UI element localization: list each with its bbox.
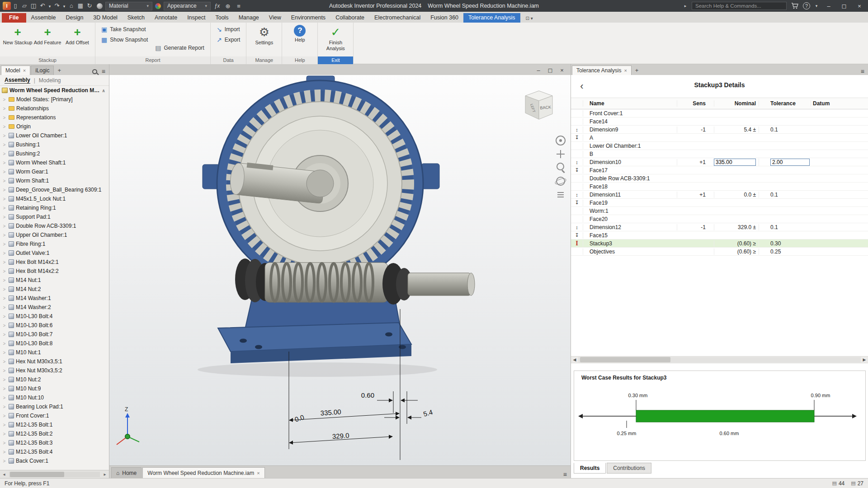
expand-chevron-icon[interactable]: > [2, 413, 7, 418]
new-file-icon[interactable]: ▯ [11, 1, 20, 10]
ribbon-tab-view[interactable]: View [264, 13, 286, 23]
expand-chevron-icon[interactable]: > [2, 350, 7, 355]
browser-node-m45x1-5-lock-nut-1[interactable]: >M45x1.5_Lock Nut:1 [0, 194, 109, 203]
doc-minimize-icon[interactable]: – [533, 65, 544, 75]
home-icon[interactable]: ⌂ [67, 1, 76, 10]
ribbon-tab-electromechanical[interactable]: Electromechanical [369, 13, 425, 23]
expand-chevron-icon[interactable]: > [2, 224, 7, 229]
browser-node-origin[interactable]: >Origin [0, 122, 109, 131]
undo-icon[interactable]: ↶ [38, 1, 47, 10]
minimize-icon[interactable]: – [823, 1, 835, 11]
browser-node-m10-l30-bolt-4[interactable]: >M10-L30 Bolt:4 [0, 312, 109, 321]
close-icon[interactable]: × [854, 1, 865, 11]
fx-icon[interactable]: ƒx [212, 1, 222, 10]
mode-modeling[interactable]: Modeling [39, 77, 61, 84]
collapse-all-icon[interactable]: ∧ [102, 88, 105, 93]
expand-chevron-icon[interactable]: > [2, 432, 7, 436]
document-tab-home[interactable]: ⌂Home [111, 467, 142, 478]
import-button[interactable]: ↘Import [213, 25, 243, 34]
browser-node-relationships[interactable]: >Relationships [0, 104, 109, 113]
browser-node-model-states-primary[interactable]: >Model States: [Primary] [0, 95, 109, 104]
tolerance-row-worm-1[interactable]: Worm:1 [571, 207, 868, 215]
redo-icon[interactable]: ↷ [52, 1, 61, 10]
expand-chevron-icon[interactable]: > [2, 450, 7, 455]
help-button[interactable]: ?Help [285, 23, 315, 44]
expand-chevron-icon[interactable]: > [2, 368, 7, 373]
close-tab-icon[interactable]: × [257, 470, 259, 476]
tolerance-row-face17[interactable]: ↧Face17 [571, 166, 868, 174]
browser-node-m10-nut-9[interactable]: >M10 Nut:9 [0, 384, 109, 393]
browser-node-bearing-lock-pad-1[interactable]: >Bearing Lock Pad:1 [0, 402, 109, 411]
expand-chevron-icon[interactable]: > [2, 106, 7, 111]
add-panel-tab-button[interactable]: + [632, 66, 642, 75]
expand-chevron-icon[interactable]: > [2, 386, 7, 391]
scrollbar-thumb[interactable] [580, 357, 670, 362]
add-panel-tab-button[interactable]: + [54, 66, 64, 75]
panel-menu-icon[interactable]: ≡ [861, 68, 864, 75]
expand-chevron-icon[interactable]: > [2, 314, 7, 319]
tolerance-row-front-cover-1[interactable]: Front Cover:1 [571, 109, 868, 117]
browser-node-double-row-acb-3309-1[interactable]: >Double Row ACB-3309:1 [0, 221, 109, 230]
ribbon-tab-design[interactable]: Design [61, 13, 88, 23]
ribbon-tab-manage[interactable]: Manage [234, 13, 264, 23]
browser-node-lower-oil-chamber-1[interactable]: >Lower Oil Chamber:1 [0, 131, 109, 140]
ribbon-tab-sketch[interactable]: Sketch [123, 13, 150, 23]
browser-node-m12-l35-bolt-2[interactable]: >M12-L35 Bolt:2 [0, 429, 109, 438]
3d-model-canvas[interactable]: 0.60 335.00 0.0 5.4 329.0 Z [109, 75, 571, 465]
maximize-icon[interactable]: ◻ [838, 1, 850, 11]
panel-tab-model[interactable]: Model× [1, 66, 30, 75]
browser-node-outlet-valve-1[interactable]: >Outlet Valve:1 [0, 249, 109, 258]
material-select[interactable]: Material ▾ [105, 2, 152, 10]
store-cart-icon[interactable] [790, 1, 799, 10]
tolerance-row-objectives[interactable]: Objectives(0.60) ≥0.25 [571, 248, 868, 256]
show-snapshot-button[interactable]: ▦Show Snapshot [98, 35, 151, 44]
browser-node-m12-l35-bolt-3[interactable]: >M12-L35 Bolt:3 [0, 438, 109, 447]
ribbon-tab-assemble[interactable]: Assemble [26, 13, 61, 23]
help-search-input[interactable] [692, 2, 787, 10]
expand-chevron-icon[interactable]: > [2, 215, 7, 220]
tolerance-row-dimension9[interactable]: ↕Dimension9-15.4 ±0.1 [571, 126, 868, 134]
doc-tab-menu-icon[interactable]: ≡ [563, 471, 567, 478]
browser-node-upper-oil-chamber-1[interactable]: >Upper Oil Chamber:1 [0, 230, 109, 239]
expand-chevron-icon[interactable]: > [2, 178, 7, 183]
doc-close-icon[interactable]: × [556, 65, 568, 75]
update-icon[interactable]: ↻ [85, 1, 94, 10]
browser-node-m10-l30-bolt-7[interactable]: >M10-L30 Bolt:7 [0, 330, 109, 339]
take-snapshot-button[interactable]: ▣Take Snapshot [98, 25, 151, 34]
ribbon-tab-annotate[interactable]: Annotate [150, 13, 182, 23]
view-cube[interactable]: BACK LEFT [520, 85, 558, 124]
panel-tab-ilogic[interactable]: iLogic [31, 66, 54, 75]
appearance-select[interactable]: Appearance ▾ [164, 2, 211, 10]
tolerance-row-face20[interactable]: Face20 [571, 215, 868, 223]
close-tab-icon[interactable]: × [624, 68, 627, 73]
browser-node-m10-nut-10[interactable]: >M10 Nut:10 [0, 393, 109, 402]
ribbon-tab-3d-model[interactable]: 3D Model [88, 13, 123, 23]
tolerance-row-a[interactable]: ↧A [571, 134, 868, 142]
view-menu-icon[interactable] [554, 188, 567, 202]
new-stackup-button[interactable]: +New Stackup [3, 23, 33, 47]
expand-chevron-icon[interactable]: > [2, 287, 7, 292]
expand-chevron-icon[interactable]: > [2, 97, 7, 102]
browser-node-bushing-2[interactable]: >Bushing:2 [0, 149, 109, 158]
browser-node-m14-washer-2[interactable]: >M14 Washer:2 [0, 303, 109, 312]
browser-node-worm-shaft-1[interactable]: >Worm Shaft:1 [0, 176, 109, 185]
expand-chevron-icon[interactable]: > [2, 169, 7, 174]
tolerance-row-double-row-acb-3309-1[interactable]: Double Row ACB-3309:1 [571, 174, 868, 183]
expand-chevron-icon[interactable]: > [2, 206, 7, 211]
tolerance-row-stackup3[interactable]: IStackup3(0.60) ≥0.30 [571, 239, 868, 248]
expand-chevron-icon[interactable]: > [2, 142, 7, 147]
tab-tolerance-analysis[interactable]: Tolerance Analysis × [572, 66, 632, 75]
tolerance-row-face14[interactable]: Face14 [571, 117, 868, 126]
tolerance-row-dimension12[interactable]: ↕Dimension12-1329.0 ±0.1 [571, 223, 868, 231]
doc-restore-icon[interactable]: ◻ [544, 65, 556, 75]
scroll-right-icon[interactable]: ▶ [861, 357, 868, 362]
scrollbar-thumb[interactable] [10, 472, 64, 477]
browser-node-front-cover-1[interactable]: >Front Cover:1 [0, 411, 109, 420]
browser-node-m10-l30-bolt-8[interactable]: >M10-L30 Bolt:8 [0, 339, 109, 348]
expand-chevron-icon[interactable]: > [2, 260, 7, 265]
save-icon[interactable]: ◫ [29, 1, 38, 10]
browser-node-m14-nut-2[interactable]: >M14 Nut:2 [0, 285, 109, 294]
expand-chevron-icon[interactable]: > [2, 278, 7, 283]
expand-chevron-icon[interactable]: > [2, 269, 7, 274]
zoom-window-icon[interactable] [554, 161, 567, 174]
